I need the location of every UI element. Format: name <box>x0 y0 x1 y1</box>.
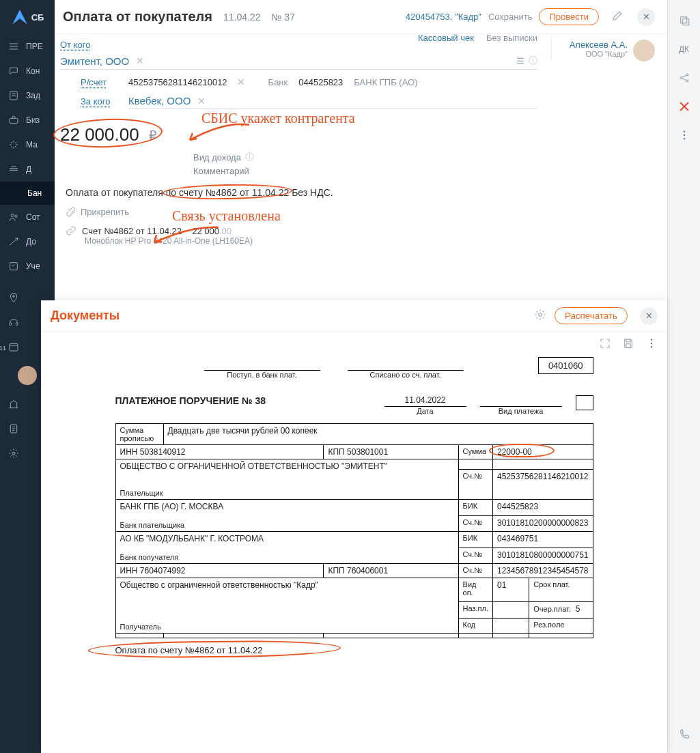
po-rec-bank-lbl: Банк получателя <box>120 553 454 561</box>
fullscreen-icon[interactable] <box>599 337 611 352</box>
dk-icon[interactable]: ДК <box>676 41 692 57</box>
amount-value[interactable]: 22 000.00 <box>56 123 143 147</box>
account-value[interactable]: 45253756281146210012 <box>128 77 227 87</box>
from-label[interactable]: От кого <box>60 40 101 50</box>
linked-amount-dec: .00 <box>219 226 232 236</box>
po-inn-rec: ИНН 7604074992 <box>115 564 324 578</box>
sidebar-item-business[interactable]: Биз <box>0 108 55 132</box>
po-rez-lbl: Рез.поле <box>529 619 593 634</box>
po-acc-lbl4: Сч.№ <box>458 564 492 578</box>
info-icon[interactable]: ⓘ <box>529 55 537 67</box>
save-link[interactable]: Сохранить <box>488 12 533 22</box>
po-payer-name: ОБЩЕСТВО С ОГРАНИЧЕННОЙ ОТВЕТСТВЕННОСТЬЮ… <box>120 461 454 471</box>
close-x-icon[interactable] <box>676 98 692 115</box>
po-box <box>576 395 593 410</box>
sidebar-item-bank[interactable]: Бан <box>0 182 55 205</box>
no-statement-label: Без выписки <box>486 33 537 43</box>
form-code: 0401060 <box>538 357 593 374</box>
svg-rect-6 <box>10 323 12 326</box>
sidebar-label: Кон <box>26 66 40 76</box>
svg-point-2 <box>11 214 14 216</box>
phone-icon[interactable] <box>676 726 692 743</box>
person-avatar <box>633 40 655 61</box>
save-icon[interactable] <box>622 337 634 352</box>
attach-button[interactable]: Прикрепить <box>60 201 537 223</box>
linked-document[interactable]: Счет №4862 от 11.04.22 22 000.00 Монобло… <box>60 223 537 248</box>
share-icon[interactable] <box>676 70 692 86</box>
list-icon[interactable]: ☰ <box>516 56 524 66</box>
po-out-label: Списано со сч. плат. <box>348 371 464 379</box>
bank-label: Банк <box>268 77 288 87</box>
po-date-lbl: Дата <box>384 407 466 415</box>
bik-value[interactable]: 044525823 <box>298 77 343 87</box>
svg-point-15 <box>686 80 688 82</box>
sidebar-label: 11 <box>0 345 6 352</box>
submit-button[interactable]: Провести <box>539 8 599 25</box>
po-in-label: Поступ. в банк плат. <box>204 371 320 379</box>
sidebar-item-tasks[interactable]: Зад <box>0 83 55 108</box>
po-ocher: 5 <box>576 604 580 614</box>
window-copy-icon[interactable] <box>676 12 692 29</box>
from-company-field[interactable]: Эмитент, ООО ✕ ☰ ⓘ <box>60 53 537 70</box>
svg-point-14 <box>686 74 688 76</box>
svg-point-5 <box>13 296 15 298</box>
app-logo[interactable]: СБ <box>0 0 55 34</box>
po-sum-lbl: Сумма <box>458 445 492 459</box>
for-company-field[interactable]: Квебек, ООО ✕ <box>128 93 537 109</box>
print-button[interactable]: Распечатать <box>555 307 628 324</box>
svg-point-18 <box>683 138 684 139</box>
account-label[interactable]: Р/счет <box>81 77 122 87</box>
payment-order: 0401060 Поступ. в банк плат. Списано со … <box>115 357 593 655</box>
svg-point-17 <box>683 134 684 136</box>
docpanel-title: Документы <box>51 309 526 323</box>
po-payer-bank: БАНК ГПБ (АО) Г. МОСКВА <box>120 502 454 511</box>
linked-amount: 22 000 <box>192 226 219 236</box>
more-icon[interactable] <box>645 337 658 352</box>
comment-label[interactable]: Комментарий <box>193 166 249 176</box>
po-date: 11.04.2022 <box>384 395 466 407</box>
info2-icon[interactable]: ⓘ <box>245 151 254 163</box>
right-toolbar: ДК <box>667 0 700 753</box>
po-kpp-rec: КПП 760406001 <box>324 564 458 578</box>
po-vidop-lbl: Вид оп. <box>458 578 492 602</box>
po-rec-bik: 043469751 <box>493 532 593 548</box>
docpanel-close-button[interactable]: ✕ <box>640 307 658 325</box>
svg-point-24 <box>651 346 652 347</box>
svg-rect-8 <box>10 343 18 351</box>
for-label[interactable]: За кого <box>81 96 122 106</box>
panel-title: Оплата от покупателя <box>63 9 212 25</box>
income-type-label[interactable]: Вид дохода <box>193 152 241 162</box>
person-block[interactable]: Алексеев А.А. ООО "Кадр" <box>551 37 667 61</box>
person-company: ООО "Кадр" <box>570 50 628 58</box>
sidebar-item-contacts[interactable]: Кон <box>0 59 55 83</box>
clear-account-icon[interactable]: ✕ <box>234 76 248 87</box>
po-sum-val: 22000-00 <box>497 447 532 457</box>
sidebar-item-staff[interactable]: Сот <box>0 205 55 229</box>
sidebar-avatar[interactable] <box>18 366 37 385</box>
sidebar-item-marketing[interactable]: Ма <box>0 132 55 157</box>
po-rec-bank: АО КБ "МОДУЛЬБАНК" Г. КОСТРОМА <box>120 534 454 543</box>
po-acc-lbl2: Сч.№ <box>458 515 492 532</box>
sidebar-item-main[interactable]: ПРЕ <box>0 34 55 59</box>
clear-from-icon[interactable]: ✕ <box>133 55 147 66</box>
sidebar-item-docs[interactable]: До <box>0 229 55 254</box>
po-purpose: Оплата по счету №4862 от 11.04.22 <box>115 645 263 655</box>
sidebar-label: Сот <box>26 212 40 222</box>
clear-for-icon[interactable]: ✕ <box>195 96 208 106</box>
sidebar-item-money[interactable]: Д <box>0 157 55 182</box>
description-text[interactable]: Оплата от покупателя по счету №4862 от 1… <box>66 187 333 198</box>
po-payer-bank-acc: 30101810200000000823 <box>493 515 593 532</box>
linked-sub: Моноблок HP Pro 3420 All-in-One (LH160EA… <box>66 236 532 246</box>
org-ref-link[interactable]: 420454753, "Кадр" <box>406 12 481 22</box>
svg-point-23 <box>651 343 652 344</box>
for-company-name: Квебек, ООО <box>128 95 191 106</box>
sidebar-label: ПРЕ <box>26 42 43 51</box>
cashcheck-link[interactable]: Кассовый чек <box>418 33 474 43</box>
sidebar-item-accounting[interactable]: Уче <box>0 254 55 279</box>
edit-icon[interactable] <box>611 10 624 24</box>
panel-close-button[interactable]: ✕ <box>637 8 655 26</box>
gear-icon[interactable] <box>534 309 546 323</box>
svg-rect-12 <box>682 19 688 25</box>
panel-topbar: Оплата от покупателя 11.04.22 № 37 42045… <box>55 0 667 34</box>
more-vert-icon[interactable] <box>676 127 692 143</box>
